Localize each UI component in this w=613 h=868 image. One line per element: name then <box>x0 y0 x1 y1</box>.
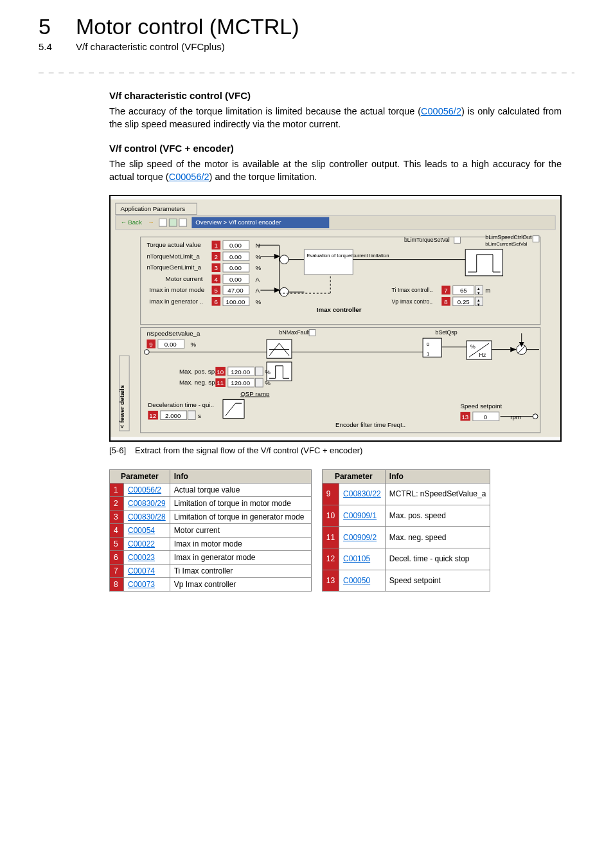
vfc-encoder-heading: V/f control (VFC + encoder) <box>109 143 562 154</box>
parameter-info: Imax in motor mode <box>170 538 311 551</box>
svg-text:120.00: 120.00 <box>231 379 250 386</box>
label: Imax in generator .. <box>149 298 203 305</box>
parameter-code: C00056/2 <box>124 484 170 497</box>
svg-text:12: 12 <box>149 412 156 419</box>
link-c00056-2-a[interactable]: C00056/2 <box>421 106 461 116</box>
svg-text:11: 11 <box>217 379 224 386</box>
label: Evaluation of torque/current limitation <box>306 253 389 258</box>
parameter-code: C00105 <box>339 548 386 570</box>
parameter-code: C00909/1 <box>339 505 386 527</box>
tool-icon[interactable] <box>179 219 187 227</box>
svg-point-75 <box>145 350 150 355</box>
label: bLimSpeedCtrlOut <box>485 235 532 241</box>
spinner-icon[interactable] <box>256 367 263 376</box>
parameter-info: Actual torque value <box>170 484 311 497</box>
parameter-link[interactable]: C00105 <box>343 554 370 563</box>
label: Imax in motor mode <box>149 286 204 293</box>
parameter-link[interactable]: C00830/22 <box>343 489 381 498</box>
row-number: 12 <box>322 548 339 570</box>
svg-text:%: % <box>265 379 271 386</box>
row-number: 5 <box>110 538 124 551</box>
parameter-link[interactable]: C00909/1 <box>343 511 377 520</box>
svg-text:s: s <box>198 412 201 419</box>
label: bLimTorqueSetVal <box>404 237 450 244</box>
row-number: 3 <box>110 511 124 524</box>
parameter-link[interactable]: C00074 <box>128 566 155 575</box>
parameter-link[interactable]: C00022 <box>128 539 155 548</box>
spinner-icon[interactable] <box>256 379 263 388</box>
label: bNMaxFault <box>280 329 310 336</box>
parameter-code: C00830/22 <box>339 484 386 505</box>
nav-next-icon[interactable]: → <box>148 219 154 226</box>
svg-text:m: m <box>485 287 490 294</box>
svg-text:100.00: 100.00 <box>226 298 245 305</box>
svg-text:1: 1 <box>214 242 217 249</box>
parameter-info: Motor current <box>170 524 311 538</box>
parameter-info: MCTRL: nSpeedSetValue_a <box>385 484 490 505</box>
row-number: 9 <box>322 484 339 505</box>
table-row: 13C00050Speed setpoint <box>322 570 490 592</box>
parameter-code: C00074 <box>124 565 170 578</box>
table-row: 9C00830/22MCTRL: nSpeedSetValue_a <box>322 484 490 505</box>
back-button[interactable]: Back <box>128 219 142 226</box>
link-c00056-2-b[interactable]: C00056/2 <box>169 172 209 182</box>
svg-text:▾: ▾ <box>477 291 480 295</box>
svg-text:%: % <box>256 298 262 305</box>
parameter-link[interactable]: C00050 <box>343 576 370 585</box>
table-row: 3C00830/28Limitation of torque in genera… <box>110 511 312 524</box>
svg-text:Hz: Hz <box>479 352 486 358</box>
svg-text:0.00: 0.00 <box>229 276 242 283</box>
label: Max. neg. sp.. <box>179 379 218 386</box>
fewer-details-button[interactable]: < fewer details <box>118 385 125 428</box>
parameter-link[interactable]: C00054 <box>128 526 155 535</box>
parameter-link[interactable]: C00073 <box>128 580 155 589</box>
label: nTorqueGenLimit_a <box>147 264 201 271</box>
svg-text:A: A <box>256 287 260 294</box>
svg-rect-95 <box>223 400 244 419</box>
tool-icon[interactable] <box>159 219 167 227</box>
table-row: 8C00073Vp Imax controller <box>110 578 312 592</box>
back-arrow-icon[interactable]: ← <box>121 219 127 226</box>
svg-rect-77 <box>267 339 292 358</box>
svg-text:2.000: 2.000 <box>165 412 181 419</box>
table-row: 4C00054Motor current <box>110 524 312 538</box>
parameter-info: Imax in generator mode <box>170 551 311 565</box>
parameter-link[interactable]: C00830/28 <box>128 512 166 521</box>
row-number: 1 <box>110 484 124 497</box>
svg-text:2: 2 <box>214 253 217 260</box>
table-row: 2C00830/29Limitation of torque in motor … <box>110 497 312 511</box>
table-row: 7C00074Ti Imax controller <box>110 565 312 578</box>
label: Imax controller <box>317 306 362 313</box>
section-title: V/f characteristic control (VFCplus) <box>76 41 225 52</box>
label: Encoder filter time FreqI.. <box>335 421 405 428</box>
table-row: 5C00022Imax in motor mode <box>110 538 312 551</box>
svg-text:65: 65 <box>460 287 467 294</box>
label: bLimCurrentSetVal <box>485 241 527 247</box>
svg-text:120.00: 120.00 <box>231 368 250 375</box>
col-info: Info <box>385 470 490 484</box>
parameter-link[interactable]: C00023 <box>128 553 155 562</box>
parameter-code: C00050 <box>339 570 386 592</box>
spinner-icon[interactable] <box>188 411 196 420</box>
parameter-link[interactable]: C00909/2 <box>343 533 377 542</box>
svg-rect-69 <box>309 330 315 336</box>
row-number: 8 <box>110 578 124 592</box>
svg-point-46 <box>280 288 289 297</box>
svg-text:0.00: 0.00 <box>229 253 242 260</box>
parameter-code: C00909/2 <box>339 527 386 548</box>
svg-rect-97 <box>423 338 441 357</box>
label: bSetQsp <box>436 329 458 336</box>
table-row: 10C00909/1Max. pos. speed <box>322 505 490 527</box>
svg-text:10: 10 <box>217 368 224 375</box>
parameter-table-right: Parameter Info 9C00830/22MCTRL: nSpeedSe… <box>322 469 491 592</box>
row-number: 11 <box>322 527 339 548</box>
svg-text:0.25: 0.25 <box>458 298 470 305</box>
tool-icon[interactable] <box>169 219 177 227</box>
parameter-link[interactable]: C00056/2 <box>128 485 161 494</box>
parameter-link[interactable]: C00830/29 <box>128 499 166 508</box>
svg-text:0.00: 0.00 <box>229 264 242 271</box>
svg-text:0: 0 <box>484 413 488 420</box>
label: Ti Imax controll.. <box>392 287 433 293</box>
label: Speed setpoint <box>460 402 502 410</box>
svg-text:%: % <box>265 368 271 375</box>
